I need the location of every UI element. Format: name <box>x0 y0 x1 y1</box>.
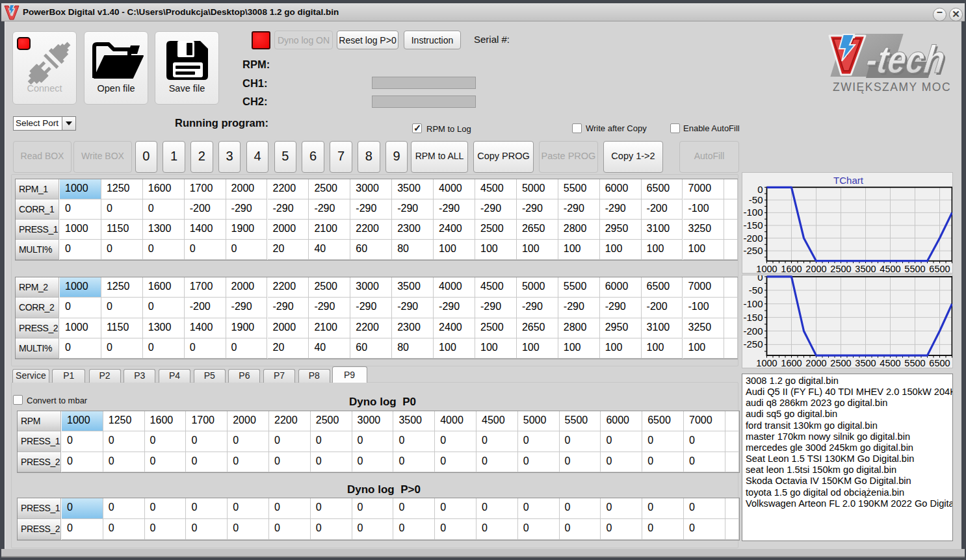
svg-text:2000: 2000 <box>805 264 826 274</box>
svg-text:4500: 4500 <box>880 358 900 368</box>
svg-text:TChart: TChart <box>833 175 864 186</box>
svg-text:-tech: -tech <box>863 37 948 81</box>
svg-text:6500: 6500 <box>929 358 950 368</box>
svg-text:2000: 2000 <box>805 358 826 368</box>
svg-text:-200: -200 <box>743 233 763 244</box>
svg-text:-100: -100 <box>743 298 763 309</box>
svg-text:2500: 2500 <box>830 358 851 368</box>
svg-text:-150: -150 <box>743 312 763 323</box>
svg-text:-150: -150 <box>743 220 763 231</box>
svg-text:1600: 1600 <box>781 358 802 368</box>
svg-text:3500: 3500 <box>855 264 876 274</box>
svg-text:-250: -250 <box>743 245 763 256</box>
svg-text:-50: -50 <box>749 194 763 205</box>
svg-text:-100: -100 <box>743 207 763 218</box>
svg-text:6500: 6500 <box>929 264 950 274</box>
svg-text:-50: -50 <box>749 285 763 296</box>
svg-text:0: 0 <box>757 275 763 283</box>
svg-text:3500: 3500 <box>855 358 876 368</box>
svg-text:5500: 5500 <box>904 358 925 368</box>
svg-text:-250: -250 <box>743 338 763 350</box>
svg-text:1000: 1000 <box>756 358 777 368</box>
svg-text:0: 0 <box>757 184 763 195</box>
svg-text:5500: 5500 <box>904 264 925 274</box>
svg-text:1600: 1600 <box>781 264 802 274</box>
svg-text:1000: 1000 <box>756 264 777 274</box>
svg-text:2500: 2500 <box>830 264 851 274</box>
svg-text:-200: -200 <box>743 325 763 337</box>
svg-text:4500: 4500 <box>880 264 900 274</box>
